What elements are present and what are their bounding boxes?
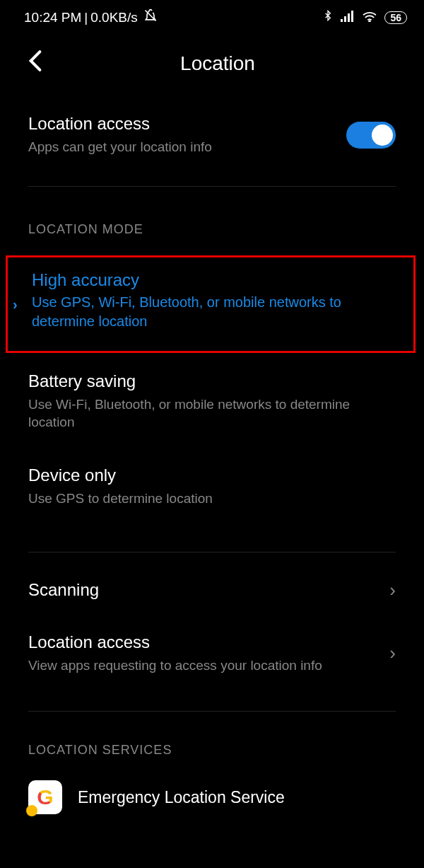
section-services-header: LOCATION SERVICES <box>0 712 424 770</box>
google-icon: G <box>28 780 62 814</box>
emergency-location-service-row[interactable]: G Emergency Location Service <box>0 770 424 814</box>
app-header: Location <box>0 30 424 100</box>
status-right: 56 <box>322 8 407 26</box>
location-access-row[interactable]: Location access Apps can get your locati… <box>0 100 424 172</box>
chevron-right-icon: › <box>389 642 396 664</box>
svg-point-5 <box>370 21 371 22</box>
svg-rect-3 <box>348 13 350 22</box>
wifi-icon <box>362 10 377 25</box>
chevron-right-icon: › <box>389 579 396 601</box>
svg-rect-1 <box>341 19 343 22</box>
mode-battery-title: Battery saving <box>28 371 396 391</box>
mode-high-accuracy[interactable]: › High accuracy Use GPS, Wi-Fi, Bluetoot… <box>6 255 416 353</box>
location-access-detail-row[interactable]: Location access View apps requesting to … <box>0 623 424 690</box>
access-detail-title: Location access <box>28 632 375 652</box>
page-title: Location <box>57 52 379 75</box>
scanning-row[interactable]: Scanning › <box>0 552 424 623</box>
svg-rect-2 <box>344 16 346 22</box>
mode-battery-sub: Use Wi-Fi, Bluetooth, or mobile networks… <box>28 395 396 432</box>
mode-high-title: High accuracy <box>32 270 402 290</box>
status-left: 10:24 PM | 0.0KB/s <box>24 8 158 26</box>
chevron-right-icon: › <box>13 296 18 312</box>
toggle-thumb <box>372 125 393 146</box>
location-access-sub: Apps can get your location info <box>28 138 346 156</box>
battery-level: 56 <box>384 11 407 24</box>
scanning-title: Scanning <box>28 580 375 600</box>
location-access-toggle[interactable] <box>346 122 396 149</box>
signal-icon <box>341 10 355 25</box>
status-time: 10:24 PM <box>24 10 81 25</box>
mode-device-sub: Use GPS to determine location <box>28 490 396 508</box>
mode-device-only[interactable]: Device only Use GPS to determine locatio… <box>0 446 424 522</box>
emergency-service-title: Emergency Location Service <box>78 788 285 807</box>
status-speed: 0.0KB/s <box>90 10 138 25</box>
mode-device-title: Device only <box>28 465 396 485</box>
back-button[interactable] <box>28 49 57 79</box>
mute-icon <box>143 8 158 26</box>
section-mode-header: LOCATION MODE <box>0 187 424 250</box>
bluetooth-icon <box>322 8 334 26</box>
location-access-title: Location access <box>28 114 346 134</box>
access-detail-sub: View apps requesting to access your loca… <box>28 656 375 675</box>
status-bar: 10:24 PM | 0.0KB/s 56 <box>0 0 424 30</box>
svg-rect-4 <box>351 11 353 22</box>
mode-high-sub: Use GPS, Wi-Fi, Bluetooth, or mobile net… <box>32 293 402 331</box>
mode-battery-saving[interactable]: Battery saving Use Wi-Fi, Bluetooth, or … <box>0 359 424 446</box>
